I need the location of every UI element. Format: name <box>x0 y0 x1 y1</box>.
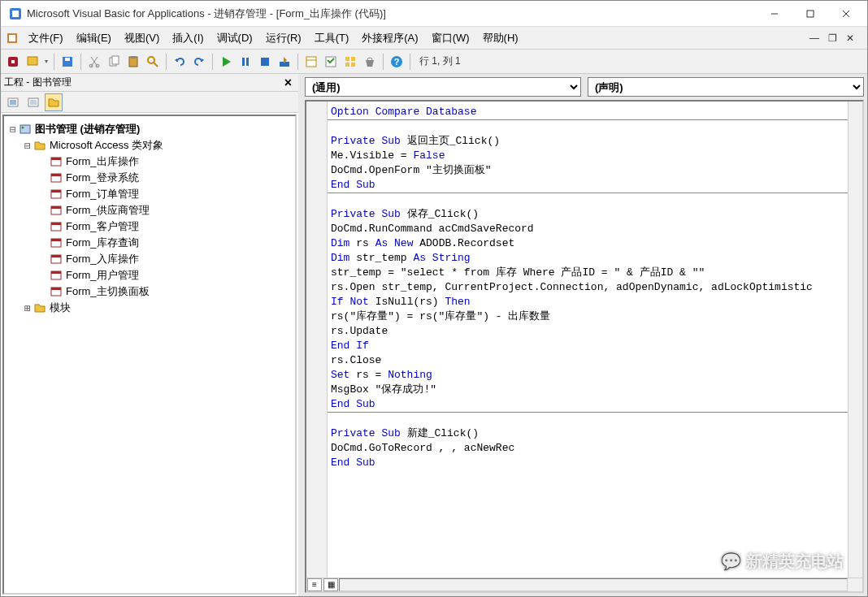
menu-help[interactable]: 帮助(H) <box>476 28 525 49</box>
project-explorer-icon[interactable] <box>302 53 320 71</box>
svg-rect-53 <box>51 239 61 241</box>
svg-rect-40 <box>20 125 30 133</box>
cursor-position: 行 1, 列 1 <box>414 54 461 68</box>
tree-class-objects[interactable]: ⊟ Microsoft Access 类对象 <box>7 137 292 154</box>
code-margin[interactable] <box>306 102 328 578</box>
toolbar: ▾ ? 行 1, 列 1 <box>1 50 867 74</box>
svg-rect-16 <box>112 56 119 64</box>
svg-line-20 <box>154 63 158 67</box>
menu-addins[interactable]: 外接程序(A) <box>355 28 424 49</box>
tree-root[interactable]: ⊟ 图书管理 (进销存管理) <box>7 121 292 137</box>
menu-debug[interactable]: 调试(D) <box>210 28 259 49</box>
object-browser-icon[interactable] <box>341 53 359 71</box>
svg-rect-51 <box>51 223 61 225</box>
menu-run[interactable]: 运行(R) <box>259 28 308 49</box>
svg-rect-10 <box>28 57 37 65</box>
svg-rect-59 <box>51 288 61 290</box>
toolbox-icon[interactable] <box>361 53 379 71</box>
tree-form-item[interactable]: Form_订单管理 <box>7 186 292 202</box>
tree-form-item[interactable]: Form_供应商管理 <box>7 202 292 218</box>
full-module-view-button[interactable]: ▦ <box>323 578 338 591</box>
svg-rect-47 <box>51 190 61 193</box>
folder-icon <box>33 139 46 152</box>
svg-point-13 <box>89 64 93 67</box>
undo-icon[interactable] <box>171 53 189 71</box>
project-pane-toolbar <box>1 92 298 113</box>
svg-rect-7 <box>9 35 15 41</box>
procedure-combo[interactable]: (声明) <box>588 77 864 97</box>
object-combo[interactable]: (通用) <box>305 77 581 97</box>
menubar: 文件(F) 编辑(E) 视图(V) 插入(I) 调试(D) 运行(R) 工具(T… <box>1 27 867 50</box>
svg-rect-22 <box>246 58 249 66</box>
find-icon[interactable] <box>144 53 162 71</box>
properties-icon[interactable] <box>322 53 340 71</box>
svg-rect-25 <box>306 57 316 67</box>
tree-form-item[interactable]: Form_入库操作 <box>7 251 292 267</box>
redo-icon[interactable] <box>190 53 208 71</box>
svg-point-19 <box>148 57 154 63</box>
project-tree[interactable]: ⊟ 图书管理 (进销存管理) ⊟ Microsoft Access 类对象 Fo… <box>2 115 297 595</box>
help-icon[interactable]: ? <box>388 53 406 71</box>
procedure-view-button[interactable]: ≡ <box>307 578 322 591</box>
view-object-icon[interactable] <box>24 93 42 111</box>
dropdown-icon[interactable]: ▾ <box>43 58 50 65</box>
form-icon <box>50 285 63 298</box>
minimize-button[interactable] <box>757 2 792 26</box>
code-window: (通用) (声明) Option Compare DatabasePrivate… <box>302 74 867 596</box>
tree-form-item[interactable]: Form_用户管理 <box>7 267 292 283</box>
svg-rect-29 <box>351 57 355 61</box>
break-icon[interactable] <box>237 53 254 71</box>
menu-window[interactable]: 窗口(W) <box>425 28 476 49</box>
project-pane-close-button[interactable]: × <box>281 76 295 90</box>
mdi-close-button[interactable]: ✕ <box>843 32 857 45</box>
svg-rect-21 <box>242 58 245 66</box>
insert-module-icon[interactable] <box>24 53 41 71</box>
tree-form-item[interactable]: Form_客户管理 <box>7 218 292 235</box>
close-button[interactable] <box>828 2 864 26</box>
view-access-icon[interactable] <box>4 53 22 71</box>
save-icon[interactable] <box>59 53 76 71</box>
menu-tools[interactable]: 工具(T) <box>308 28 356 49</box>
svg-point-41 <box>22 127 24 129</box>
svg-rect-3 <box>807 11 814 17</box>
cut-icon[interactable] <box>85 53 103 71</box>
design-mode-icon[interactable] <box>276 53 293 71</box>
tree-form-item[interactable]: Form_登录系统 <box>7 170 292 186</box>
menu-edit[interactable]: 编辑(E) <box>70 28 118 49</box>
horizontal-scrollbar[interactable] <box>339 578 848 591</box>
menu-file[interactable]: 文件(F) <box>22 28 70 49</box>
vba-icon <box>6 32 19 45</box>
mdi-restore-button[interactable]: ❐ <box>825 32 840 45</box>
svg-rect-55 <box>51 255 61 257</box>
window-title: Microsoft Visual Basic for Applications … <box>27 6 757 21</box>
folder-icon <box>33 301 46 314</box>
svg-rect-30 <box>345 63 349 67</box>
form-icon <box>50 188 63 201</box>
mdi-minimize-button[interactable]: — <box>807 32 822 45</box>
form-icon <box>50 269 63 282</box>
paste-icon[interactable] <box>124 53 142 71</box>
tree-modules[interactable]: ⊞ 模块 <box>7 300 292 316</box>
form-icon <box>50 171 63 184</box>
view-code-icon[interactable] <box>4 93 22 111</box>
svg-point-14 <box>96 64 99 67</box>
menu-view[interactable]: 视图(V) <box>118 28 166 49</box>
svg-rect-9 <box>11 60 15 63</box>
tree-form-item[interactable]: Form_库存查询 <box>7 235 292 251</box>
svg-rect-43 <box>51 158 61 160</box>
svg-rect-18 <box>131 56 136 58</box>
reset-icon[interactable] <box>256 53 274 71</box>
tree-form-item[interactable]: Form_主切换面板 <box>7 283 292 300</box>
code-editor[interactable]: Option Compare DatabasePrivate Sub 返回主页_… <box>328 102 848 578</box>
tree-form-item[interactable]: Form_出库操作 <box>7 154 292 170</box>
svg-rect-57 <box>51 271 61 274</box>
vertical-scrollbar[interactable] <box>848 102 862 578</box>
maximize-button[interactable] <box>792 2 828 26</box>
menu-insert[interactable]: 插入(I) <box>166 28 210 49</box>
svg-text:?: ? <box>394 57 400 67</box>
copy-icon[interactable] <box>105 53 123 71</box>
project-pane-header: 工程 - 图书管理 × <box>1 74 298 92</box>
toggle-folders-icon[interactable] <box>45 93 63 111</box>
run-icon[interactable] <box>217 53 235 71</box>
project-icon <box>19 123 32 136</box>
